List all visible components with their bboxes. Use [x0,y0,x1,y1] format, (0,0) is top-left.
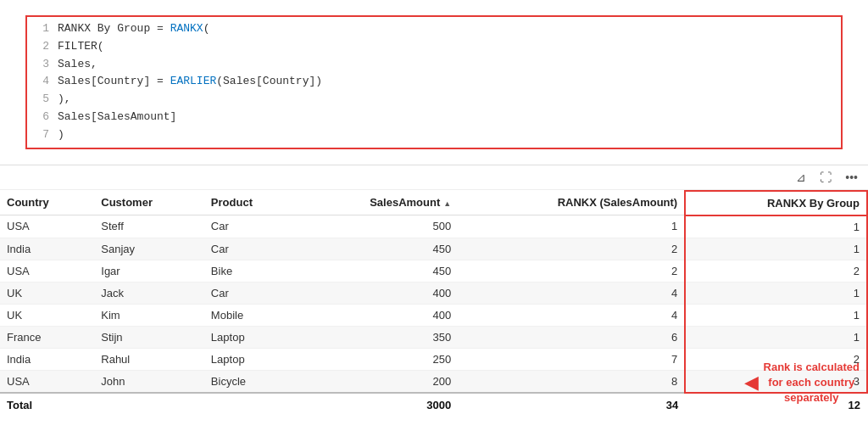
line-content: FILTER( [58,38,104,56]
table-cell: 1 [685,326,867,348]
code-normal: (Sales[Country]) [216,75,322,87]
table-cell: Rahul [94,348,204,370]
code-line: 6 Sales[SalesAmount] [34,109,834,126]
table-cell: Mobile [204,304,298,326]
code-normal: Sales[SalesAmount] [58,110,176,123]
line-content: Sales[Country] = EARLIER(Sales[Country]) [58,73,322,91]
line-content: Sales, [58,56,97,74]
line-number: 5 [34,91,49,109]
table-wrapper: CountryCustomerProductSalesAmount▲RANKX … [0,190,868,442]
code-function: EARLIER [170,75,217,87]
table-cell: 1 [685,238,867,260]
annotation-line3: separately [764,390,860,406]
sort-indicator: ▲ [443,199,451,208]
code-normal: Sales[Country] = [58,75,170,87]
table-row: USAJohnBicycle20083 [0,370,867,393]
table-row: USAIgarBike45022 [0,260,867,282]
table-cell: 250 [298,348,458,370]
table-cell: Steff [94,215,204,238]
table-cell: USA [0,260,94,282]
table-cell: Sanjay [94,238,204,260]
code-box: 1RANKX By Group = RANKX(2 FILTER(3 Sales… [25,15,843,149]
table-cell: 350 [298,326,458,348]
code-line: 3 Sales, [34,56,834,74]
table-row: UKJackCar40041 [0,282,867,304]
table-cell: Stijn [94,326,204,348]
line-number: 1 [34,20,49,38]
table-cell: Car [204,238,298,260]
footer-cell: Total [0,393,94,417]
table-cell: Jack [94,282,204,304]
table-cell: India [0,238,94,260]
column-header-country[interactable]: Country [0,191,94,215]
line-number: 4 [34,73,49,91]
line-content: RANKX By Group = RANKX( [58,20,209,38]
data-table: CountryCustomerProductSalesAmount▲RANKX … [0,190,868,417]
more-icon[interactable]: ••• [842,169,861,186]
table-cell: USA [0,215,94,238]
code-line: 4 Sales[Country] = EARLIER(Sales[Country… [34,73,834,91]
code-normal: ) [58,128,64,141]
table-cell: 2 [685,260,867,282]
annotation-text: Rank is calculated for each country sepa… [764,360,860,406]
table-cell: 1 [685,215,867,238]
filter-icon[interactable]: ⊿ [793,169,810,186]
line-number: 3 [34,56,49,74]
line-content: Sales[SalesAmount] [58,109,176,126]
column-header-rankx-by-group[interactable]: RANKX By Group [685,191,867,215]
table-row: USASteffCar50011 [0,215,867,238]
table-cell: 450 [298,238,458,260]
table-cell: 400 [298,282,458,304]
code-normal: ), [58,92,71,105]
column-header-customer[interactable]: Customer [94,191,204,215]
table-footer-row: Total30003412 [0,393,867,417]
table-cell: 200 [298,370,458,393]
line-number: 7 [34,126,49,144]
table-cell: Bicycle [204,370,298,393]
table-section: ⊿ ⛶ ••• CountryCustomerProductSalesAmoun… [0,165,868,442]
table-cell: 1 [685,304,867,326]
table-cell: John [94,370,204,393]
table-cell: Car [204,282,298,304]
code-line: 7) [34,126,834,144]
table-cell: 400 [298,304,458,326]
code-normal: ( [203,22,210,35]
footer-cell [94,393,204,417]
table-cell: Igar [94,260,204,282]
column-header-rankx-(salesamount)[interactable]: RANKX (SalesAmount) [458,191,685,215]
table-cell: UK [0,282,94,304]
code-function: RANKX [170,22,203,35]
table-cell: 2 [458,238,685,260]
table-cell: 2 [458,260,685,282]
table-cell: 4 [458,282,685,304]
table-cell: 8 [458,370,685,393]
code-normal: Sales, [58,58,97,70]
column-header-salesamount[interactable]: SalesAmount▲ [298,191,458,215]
table-cell: 1 [685,282,867,304]
table-cell: 7 [458,348,685,370]
line-number: 2 [34,38,49,56]
code-normal: FILTER( [58,40,104,53]
line-number: 6 [34,109,49,126]
line-content: ) [58,126,64,144]
footer-cell: 3000 [298,393,458,417]
table-toolbar: ⊿ ⛶ ••• [0,165,868,190]
table-cell: 1 [458,215,685,238]
annotation-line2: for each country [764,375,860,390]
table-row: FranceStijnLaptop35061 [0,326,867,348]
table-cell: 450 [298,260,458,282]
table-cell: 500 [298,215,458,238]
column-header-product[interactable]: Product [204,191,298,215]
table-cell: 4 [458,304,685,326]
annotation: ◀ Rank is calculated for each country se… [744,360,860,406]
table-cell: Bike [204,260,298,282]
table-cell: India [0,348,94,370]
table-cell: Car [204,215,298,238]
code-line: 1RANKX By Group = RANKX( [34,20,834,38]
code-normal: RANKX By Group = [58,22,170,35]
table-row: IndiaRahulLaptop25072 [0,348,867,370]
table-cell: 6 [458,326,685,348]
footer-cell: 34 [458,393,685,417]
footer-cell [204,393,298,417]
expand-icon[interactable]: ⛶ [816,169,835,186]
